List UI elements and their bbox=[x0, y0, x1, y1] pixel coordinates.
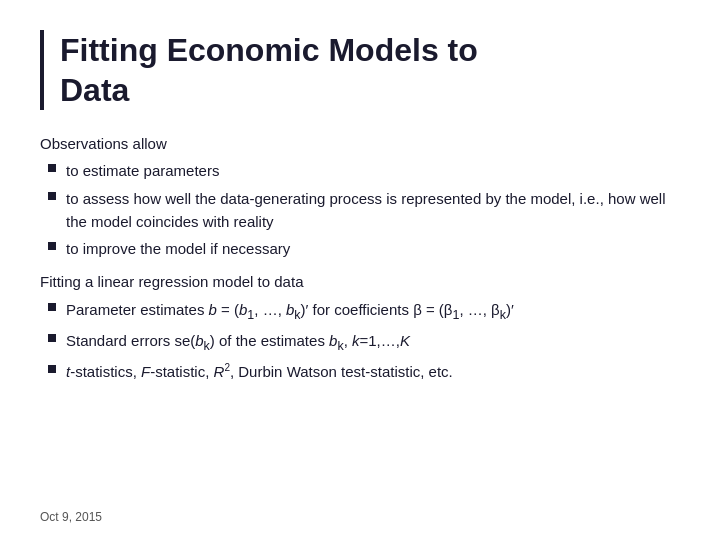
list-item: to improve the model if necessary bbox=[40, 237, 680, 260]
list-item: Parameter estimates b = (b1, …, bk)′ for… bbox=[40, 298, 680, 325]
title-block: Fitting Economic Models to Data bbox=[40, 30, 680, 110]
slide-title: Fitting Economic Models to Data bbox=[60, 30, 680, 110]
bullet-text: t-statistics, F-statistic, R2, Durbin Wa… bbox=[66, 360, 680, 383]
bullet-icon bbox=[48, 242, 56, 250]
section2-intro: Fitting a linear regression model to dat… bbox=[40, 270, 680, 293]
title-line1: Fitting Economic Models to bbox=[60, 32, 478, 68]
bullet-icon bbox=[48, 334, 56, 342]
bullet-icon bbox=[48, 192, 56, 200]
list-item: to assess how well the data-generating p… bbox=[40, 187, 680, 234]
observations-intro: Observations allow bbox=[40, 132, 680, 155]
slide: Fitting Economic Models to Data Observat… bbox=[0, 0, 720, 540]
bullet-text: Standard errors se(bk) of the estimates … bbox=[66, 329, 680, 356]
list-item: Standard errors se(bk) of the estimates … bbox=[40, 329, 680, 356]
bullet-icon bbox=[48, 365, 56, 373]
bullet-text: to improve the model if necessary bbox=[66, 237, 680, 260]
bullet-text: Parameter estimates b = (b1, …, bk)′ for… bbox=[66, 298, 680, 325]
title-line2: Data bbox=[60, 72, 129, 108]
slide-footer: Oct 9, 2015 bbox=[40, 510, 102, 524]
slide-content: Observations allow to estimate parameter… bbox=[40, 132, 680, 520]
bullet-icon bbox=[48, 164, 56, 172]
bullet-text: to estimate parameters bbox=[66, 159, 680, 182]
bullet-icon bbox=[48, 303, 56, 311]
list-item: to estimate parameters bbox=[40, 159, 680, 182]
list-item: t-statistics, F-statistic, R2, Durbin Wa… bbox=[40, 360, 680, 383]
bullet-text: to assess how well the data-generating p… bbox=[66, 187, 680, 234]
